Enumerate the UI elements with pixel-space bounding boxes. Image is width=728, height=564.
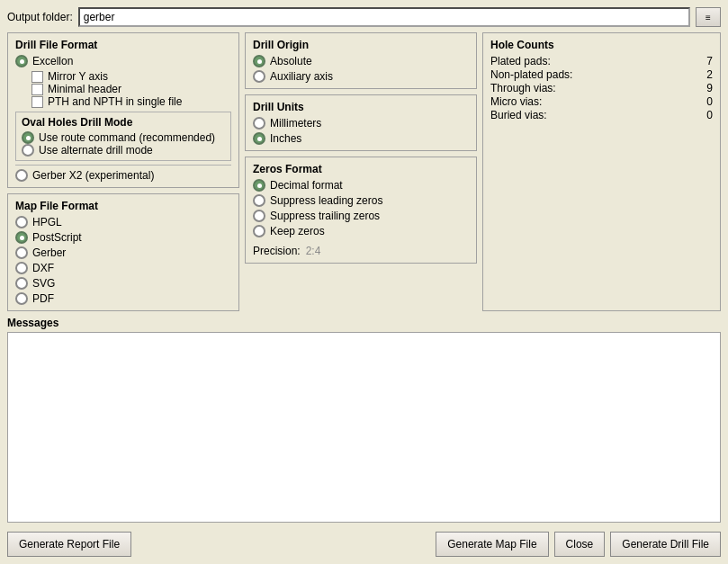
- hole-counts-panel: Hole Counts Plated pads: 7 Non-plated pa…: [482, 32, 721, 311]
- auxiliary-axis-option[interactable]: Auxiliary axis: [253, 70, 469, 83]
- drill-units-panel: Drill Units Millimeters Inches: [245, 94, 477, 151]
- pdf-label: PDF: [32, 292, 54, 305]
- excellon-label: Excellon: [32, 55, 73, 67]
- map-file-format-panel: Map File Format HPGL PostScript Gerber: [7, 193, 239, 311]
- use-route-option[interactable]: Use route command (recommended): [22, 131, 225, 144]
- through-vias-value: 9: [644, 82, 713, 94]
- drill-excellon-option[interactable]: Excellon: [15, 55, 231, 67]
- keep-zeros-label: Keep zeros: [270, 225, 325, 237]
- absolute-label: Absolute: [270, 55, 312, 67]
- millimeters-option[interactable]: Millimeters: [253, 117, 469, 130]
- postscript-option[interactable]: PostScript: [15, 231, 231, 244]
- separator-1: [15, 165, 231, 166]
- suppress-leading-zeros-option[interactable]: Suppress leading zeros: [253, 194, 469, 207]
- middle-column: Drill Origin Absolute Auxiliary axis Dri…: [245, 32, 477, 311]
- excellon-radio-filled: [15, 55, 28, 67]
- buried-vias-label: Buried vias:: [490, 109, 635, 121]
- plated-pads-label: Plated pads:: [490, 55, 635, 67]
- non-plated-pads-value: 2: [644, 68, 713, 81]
- plated-pads-value: 7: [644, 55, 713, 67]
- suppress-trailing-zeros-option[interactable]: Suppress trailing zeros: [253, 210, 469, 222]
- millimeters-label: Millimeters: [270, 117, 321, 130]
- pdf-radio: [15, 292, 28, 305]
- precision-value: 2:4: [306, 245, 321, 257]
- drill-file-format-panel: Drill File Format Excellon Mirror Y axis…: [7, 32, 239, 188]
- through-vias-label: Through vias:: [490, 82, 635, 94]
- hpgl-label: HPGL: [32, 216, 62, 228]
- dxf-label: DXF: [32, 262, 54, 274]
- mirror-y-label: Mirror Y axis: [48, 70, 108, 83]
- auxiliary-axis-radio: [253, 70, 265, 83]
- inches-option[interactable]: Inches: [253, 132, 469, 145]
- alternate-drill-label: Use alternate drill mode: [39, 144, 153, 157]
- absolute-radio-filled: [253, 55, 265, 67]
- use-route-label: Use route command (recommended): [39, 131, 215, 144]
- output-folder-browse-button[interactable]: ≡: [696, 7, 721, 27]
- close-button[interactable]: Close: [554, 532, 606, 557]
- output-folder-row: Output folder: ≡: [7, 7, 721, 27]
- suppress-leading-radio: [253, 194, 265, 207]
- mirror-y-checkbox-item[interactable]: Mirror Y axis: [31, 70, 231, 83]
- hole-counts-table: Plated pads: 7 Non-plated pads: 2 Throug…: [490, 55, 713, 121]
- buried-vias-value: 0: [644, 109, 713, 121]
- left-column: Drill File Format Excellon Mirror Y axis…: [7, 32, 239, 311]
- svg-label: SVG: [32, 277, 55, 290]
- messages-box: [7, 332, 721, 523]
- gerber-map-option[interactable]: Gerber: [15, 246, 231, 259]
- keep-zeros-radio: [253, 225, 265, 237]
- precision-label: Precision:: [253, 245, 301, 257]
- precision-row: Precision: 2:4: [253, 245, 469, 257]
- svg-radio: [15, 277, 28, 290]
- zeros-format-options: Decimal format Suppress leading zeros Su…: [253, 179, 469, 237]
- output-folder-label: Output folder:: [7, 11, 73, 23]
- hpgl-radio: [15, 216, 28, 228]
- menu-icon: ≡: [706, 13, 711, 22]
- micro-vias-value: 0: [644, 95, 713, 108]
- excellon-checkboxes: Mirror Y axis Minimal header PTH and NPT…: [31, 70, 231, 108]
- zeros-format-title: Zeros Format: [253, 163, 469, 175]
- alternate-drill-option[interactable]: Use alternate drill mode: [22, 144, 225, 157]
- mirror-y-checkbox[interactable]: [31, 71, 43, 83]
- alternate-drill-radio: [22, 144, 34, 157]
- keep-zeros-option[interactable]: Keep zeros: [253, 225, 469, 237]
- dxf-option[interactable]: DXF: [15, 262, 231, 274]
- suppress-trailing-radio: [253, 210, 265, 222]
- minimal-header-checkbox-item[interactable]: Minimal header: [31, 83, 231, 95]
- hpgl-option[interactable]: HPGL: [15, 216, 231, 228]
- drill-units-title: Drill Units: [253, 101, 469, 113]
- hole-counts-title: Hole Counts: [490, 39, 713, 51]
- generate-report-button[interactable]: Generate Report File: [7, 532, 131, 557]
- main-window: Output folder: ≡ Drill File Format Excel…: [0, 0, 728, 564]
- gerber-map-label: Gerber: [32, 246, 66, 259]
- bottom-buttons-row: Generate Report File Generate Map File C…: [7, 528, 721, 557]
- non-plated-pads-label: Non-plated pads:: [490, 68, 635, 81]
- map-file-format-title: Map File Format: [15, 200, 231, 212]
- pth-npth-checkbox[interactable]: [31, 96, 43, 108]
- zeros-format-panel: Zeros Format Decimal format Suppress lea…: [245, 157, 477, 264]
- pth-npth-checkbox-item[interactable]: PTH and NPTH in single file: [31, 95, 231, 108]
- gerber-x2-label: Gerber X2 (experimental): [32, 169, 154, 182]
- decimal-format-option[interactable]: Decimal format: [253, 179, 469, 192]
- svg-option[interactable]: SVG: [15, 277, 231, 290]
- generate-map-button[interactable]: Generate Map File: [436, 532, 548, 557]
- map-file-format-options: HPGL PostScript Gerber DXF: [15, 216, 231, 305]
- suppress-leading-label: Suppress leading zeros: [270, 194, 382, 207]
- use-route-radio-filled: [22, 131, 34, 144]
- drill-origin-options: Absolute Auxiliary axis: [253, 55, 469, 83]
- decimal-format-radio-filled: [253, 179, 265, 192]
- auxiliary-axis-label: Auxiliary axis: [270, 70, 333, 83]
- gerber-x2-option[interactable]: Gerber X2 (experimental): [15, 169, 231, 182]
- drill-file-format-title: Drill File Format: [15, 39, 231, 51]
- absolute-option[interactable]: Absolute: [253, 55, 469, 67]
- dxf-radio: [15, 262, 28, 274]
- oval-holes-title: Oval Holes Drill Mode: [22, 116, 225, 129]
- output-folder-input[interactable]: [78, 7, 690, 27]
- pdf-option[interactable]: PDF: [15, 292, 231, 305]
- bottom-right-buttons: Generate Map File Close Generate Drill F…: [436, 532, 721, 557]
- millimeters-radio: [253, 117, 265, 130]
- minimal-header-checkbox[interactable]: [31, 84, 43, 95]
- inches-radio-filled: [253, 132, 265, 145]
- postscript-radio-filled: [15, 231, 28, 244]
- generate-drill-button[interactable]: Generate Drill File: [610, 532, 721, 557]
- three-column-area: Drill File Format Excellon Mirror Y axis…: [7, 32, 721, 311]
